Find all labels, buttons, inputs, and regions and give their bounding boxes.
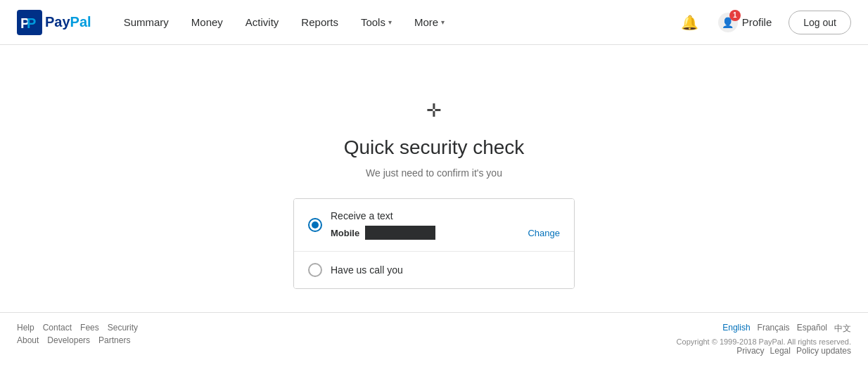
receive-text-label: Receive a text <box>331 210 560 221</box>
lang-french[interactable]: Français <box>758 323 790 335</box>
footer-partners-link[interactable]: Partners <box>98 335 130 345</box>
header-right: 🔔 👤 1 Profile Log out <box>678 10 851 35</box>
nav-item-summary[interactable]: Summary <box>114 11 179 34</box>
footer-left: Help Contact Fees Security About Develop… <box>17 323 138 345</box>
lang-spanish[interactable]: Español <box>797 323 827 335</box>
notification-badge: 1 <box>729 10 741 21</box>
receive-text-option[interactable]: Receive a text Mobile Change <box>294 199 574 252</box>
footer-help-link[interactable]: Help <box>17 323 34 333</box>
footer-language-selector: English Français Español 中文 <box>677 323 851 335</box>
logo-paypal-text: PayPal <box>45 14 91 30</box>
profile-avatar: 👤 1 <box>718 13 738 32</box>
mobile-row: Mobile Change <box>331 226 560 240</box>
security-options-card: Receive a text Mobile Change Have us cal… <box>293 198 575 289</box>
tools-chevron-icon: ▾ <box>388 18 392 26</box>
footer-contact-link[interactable]: Contact <box>43 323 72 333</box>
nav-item-more[interactable]: More ▾ <box>404 11 454 34</box>
receive-text-radio-selected <box>312 221 319 228</box>
footer-developers-link[interactable]: Developers <box>47 335 90 345</box>
footer-privacy-link[interactable]: Privacy <box>736 346 764 356</box>
footer-security-link[interactable]: Security <box>108 323 138 333</box>
footer-copyright: Copyright © 1999-2018 PayPal. All rights… <box>677 337 851 346</box>
lang-english[interactable]: English <box>722 323 750 335</box>
svg-text:P: P <box>27 15 36 31</box>
lang-chinese[interactable]: 中文 <box>834 323 851 335</box>
footer-policy-link[interactable]: Policy updates <box>796 346 851 356</box>
footer-links-row1: Help Contact Fees Security <box>17 323 138 333</box>
receive-text-radio[interactable] <box>308 218 322 232</box>
paypal-logo-icon: P P <box>17 10 42 35</box>
crosshair-icon: ✛ <box>426 101 442 120</box>
logo[interactable]: P P PayPal <box>17 10 91 35</box>
main-content: ✛ Quick security check We just need to c… <box>0 45 868 312</box>
call-you-option[interactable]: Have us call you <box>294 252 574 288</box>
nav-item-activity[interactable]: Activity <box>236 11 289 34</box>
call-you-content: Have us call you <box>331 264 560 276</box>
nav-item-tools[interactable]: Tools ▾ <box>351 11 402 34</box>
mobile-label: Mobile <box>331 228 359 238</box>
notification-bell-button[interactable]: 🔔 <box>678 11 701 34</box>
footer-links-row2: About Developers Partners <box>17 335 138 345</box>
call-you-radio[interactable] <box>308 263 322 277</box>
footer-right: English Français Español 中文 Copyright © … <box>677 323 851 356</box>
footer: Help Contact Fees Security About Develop… <box>0 312 868 366</box>
profile-label: Profile <box>742 16 772 28</box>
footer-legal-link[interactable]: Legal <box>770 346 791 356</box>
receive-text-content: Receive a text Mobile Change <box>331 210 560 240</box>
profile-button[interactable]: 👤 1 Profile <box>713 10 778 35</box>
mobile-number-masked <box>365 226 435 240</box>
change-link[interactable]: Change <box>528 228 560 238</box>
main-nav: Summary Money Activity Reports Tools ▾ M… <box>114 11 678 34</box>
call-you-label: Have us call you <box>331 264 560 276</box>
footer-about-link[interactable]: About <box>17 335 39 345</box>
footer-right-links: Privacy Legal Policy updates <box>677 346 851 356</box>
more-chevron-icon: ▾ <box>441 18 445 26</box>
page-title: Quick security check <box>344 136 525 159</box>
nav-item-money[interactable]: Money <box>181 11 233 34</box>
logout-button[interactable]: Log out <box>789 11 851 34</box>
nav-item-reports[interactable]: Reports <box>291 11 348 34</box>
footer-fees-link[interactable]: Fees <box>80 323 99 333</box>
header: P P PayPal Summary Money Activity Report… <box>0 0 868 45</box>
page-subtitle: We just need to confirm it's you <box>366 167 502 179</box>
